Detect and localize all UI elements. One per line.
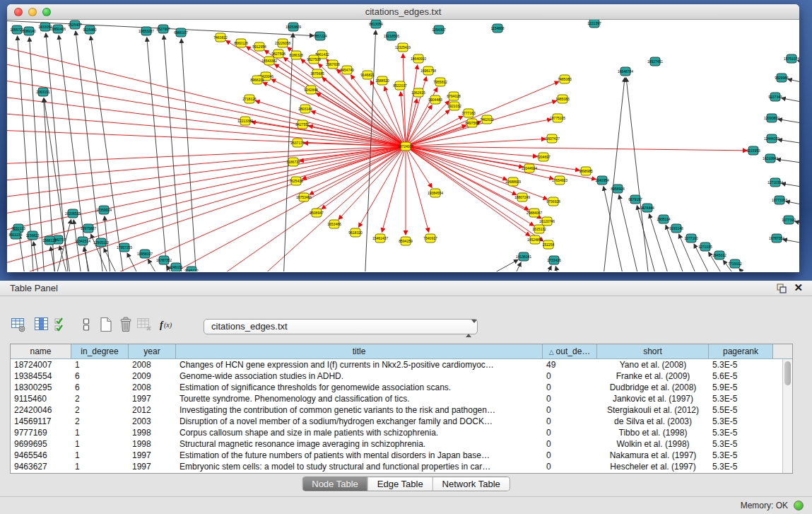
table-cell: 1 xyxy=(71,427,129,438)
combo-arrows-icon xyxy=(466,322,472,333)
graph-node-label: 1568123 xyxy=(42,238,57,243)
rows-icon[interactable] xyxy=(78,316,95,333)
node-table: namein_degreeyeartitle△out_de…shortpager… xyxy=(10,344,793,474)
table-cell: Estimation of significance thresholds fo… xyxy=(176,382,543,393)
table-row[interactable]: 946554611997Estimation of the future num… xyxy=(11,450,782,461)
network-canvas[interactable]: 1872400774638228660128591295423226058982… xyxy=(7,20,799,271)
status-bar: Memory: OK xyxy=(0,496,812,514)
new-document-icon[interactable] xyxy=(98,316,114,333)
close-panel-icon[interactable]: ✕ xyxy=(794,281,803,294)
graph-node-label: 9227343 xyxy=(768,95,782,99)
graph-node-label: 12325419 xyxy=(395,45,411,49)
table-row[interactable]: 1938455462009Genome-wide association stu… xyxy=(11,370,782,382)
graph-edge xyxy=(795,221,799,229)
network-window-titlebar[interactable]: citations_edges.txt xyxy=(7,4,799,20)
table-cell: 5.3E-5 xyxy=(709,359,773,370)
table-vertical-scrollbar[interactable] xyxy=(782,359,792,473)
graph-node-label: 1527907 xyxy=(156,27,170,31)
scrollbar-thumb[interactable] xyxy=(784,361,791,385)
minimize-window-icon[interactable] xyxy=(28,8,37,16)
table-cell: 0 xyxy=(543,427,597,438)
graph-edge xyxy=(777,159,799,166)
column-header-name[interactable]: name xyxy=(11,344,71,358)
graph-node-label: 20891406 xyxy=(50,27,66,31)
column-header-out_de[interactable]: △out_de… xyxy=(543,344,597,358)
table-cell: 1 xyxy=(71,450,129,461)
table-cell: 2012 xyxy=(129,404,176,416)
close-window-icon[interactable] xyxy=(14,8,23,16)
graph-node-label: 10975887 xyxy=(81,226,96,230)
table-row[interactable]: 946362711997Embryonic stem cells: a mode… xyxy=(11,461,782,472)
graph-edge xyxy=(406,146,596,179)
graph-node-label: 17957255 xyxy=(117,245,132,250)
graph-node-label: 23226058 xyxy=(275,41,290,45)
column-header-pagerank[interactable]: pagerank xyxy=(709,344,773,358)
column-header-in_degree[interactable]: in_degree xyxy=(71,344,129,358)
graph-edge xyxy=(19,235,28,271)
table-settings-icon[interactable] xyxy=(10,316,27,333)
table-cell: 6 xyxy=(71,382,129,393)
graph-edge xyxy=(90,36,127,271)
zoom-window-icon[interactable] xyxy=(42,8,51,16)
table-row[interactable]: 977716911998Corpus callosum shape and si… xyxy=(11,427,782,438)
tab-network-table[interactable]: Network Table xyxy=(433,477,510,491)
table-row[interactable]: 969969511998Structural magnetic resonanc… xyxy=(11,438,782,450)
graph-node-label: 14524851 xyxy=(527,238,543,242)
column-header-title[interactable]: title xyxy=(176,344,543,358)
table-row[interactable]: 911546021997Tourette syndrome. Phenomeno… xyxy=(11,393,782,404)
table-cell: 0 xyxy=(543,382,597,393)
table-cell: 5.6E-5 xyxy=(709,370,773,382)
graph-edge xyxy=(788,79,799,88)
table-row[interactable]: 2242004622012Investigating the contribut… xyxy=(11,404,782,416)
graph-node-label: 18640910 xyxy=(411,57,426,61)
window-title: citations_edges.txt xyxy=(7,4,799,19)
graph-node-label: 10688609 xyxy=(505,180,521,184)
graph-node-label: 1653466 xyxy=(327,222,341,226)
table-cell: 5.5E-5 xyxy=(709,404,773,416)
graph-node-label: 22044924 xyxy=(522,166,537,170)
graph-edge xyxy=(778,139,799,147)
table-source-select[interactable]: citations_edges.txt xyxy=(204,319,478,334)
table-cell: 5.9E-5 xyxy=(709,382,773,393)
graph-node-label: 9115460 xyxy=(83,28,96,32)
table-cell: 0 xyxy=(543,438,597,450)
table-cell: Changes of HCN gene expression and I(f) … xyxy=(176,359,543,370)
table-row[interactable]: 1456911722003Disruption of a novel membe… xyxy=(11,416,782,427)
graph-node-label: 17654923 xyxy=(552,178,567,182)
graph-node-label: 1077310 xyxy=(782,218,796,222)
graph-node-label: 8594259 xyxy=(399,239,413,243)
graph-node-label: 3186731 xyxy=(286,160,300,164)
table-cell: 5.3E-5 xyxy=(709,393,773,404)
graph-edge xyxy=(359,146,406,227)
column-select-icon[interactable] xyxy=(33,316,50,333)
graph-node-label: 7715012 xyxy=(728,262,742,266)
table-row[interactable]: 1830029562008Estimation of significance … xyxy=(11,382,782,393)
table-cell: 0 xyxy=(543,393,597,404)
float-panel-icon[interactable] xyxy=(777,284,787,293)
graph-edge xyxy=(406,146,541,218)
trash-icon[interactable] xyxy=(117,316,134,333)
tab-edge-table[interactable]: Edge Table xyxy=(367,477,433,491)
column-header-short[interactable]: short xyxy=(597,344,709,358)
table-cell: 1997 xyxy=(129,450,176,461)
table-panel-title: Table Panel xyxy=(10,283,58,293)
column-header-year[interactable]: year xyxy=(129,344,176,358)
function-builder-icon[interactable]: f (x) xyxy=(158,316,175,333)
graph-node-label: 7955812 xyxy=(433,80,447,84)
graph-edge xyxy=(59,35,92,271)
column-check-icon[interactable] xyxy=(53,316,70,333)
graph-edge xyxy=(7,146,406,217)
graph-node-label: 8215953 xyxy=(746,148,760,153)
table-cell: Hescheler et al. (1997) xyxy=(597,461,709,472)
graph-node-label: 1733426 xyxy=(547,258,561,262)
graph-node-label: 12213389 xyxy=(237,119,253,123)
graph-node-label: 16787354 xyxy=(769,236,784,240)
graph-node-label: 10958107 xyxy=(137,252,153,256)
memory-status-label: Memory: OK xyxy=(741,501,788,510)
network-window[interactable]: citations_edges.txt 18724007746382286601… xyxy=(7,4,799,272)
graph-node-label: 1921032 xyxy=(447,104,461,108)
graph-edge xyxy=(7,77,406,146)
table-cell: 18300295 xyxy=(11,382,71,393)
table-row[interactable]: 1872400712008Changes of HCN gene express… xyxy=(11,359,782,370)
tab-node-table[interactable]: Node Table xyxy=(302,477,367,491)
